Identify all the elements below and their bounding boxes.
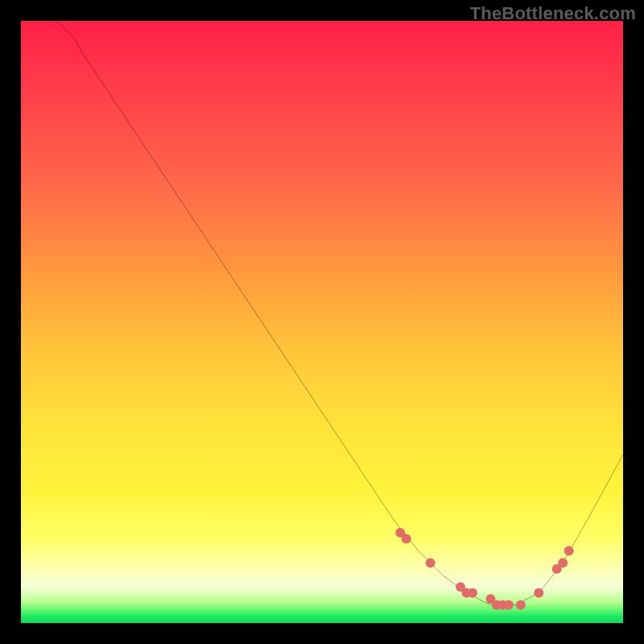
marker-group <box>395 528 573 610</box>
marker-dot <box>564 546 574 555</box>
bottleneck-curve <box>57 21 623 605</box>
watermark-text: TheBottleneck.com <box>470 3 636 24</box>
marker-dot <box>402 534 411 543</box>
marker-dot <box>534 588 543 598</box>
marker-dot <box>516 601 526 610</box>
marker-dot <box>426 558 436 568</box>
marker-dot <box>504 601 514 610</box>
plot-area <box>21 21 623 623</box>
chart-container: TheBottleneck.com <box>0 0 644 644</box>
marker-dot <box>468 588 477 598</box>
chart-svg <box>21 21 623 623</box>
marker-dot <box>558 558 568 568</box>
